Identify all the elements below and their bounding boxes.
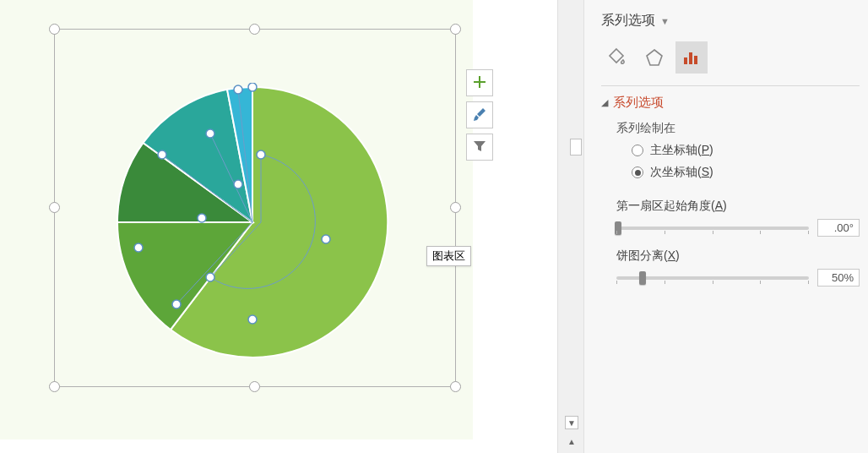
svg-point-1 (257, 150, 265, 159)
collapse-caret-icon: ◢ (601, 97, 608, 108)
secondary-axis-radio-row[interactable]: 次坐标轴(S) (632, 165, 860, 180)
funnel-icon (473, 139, 486, 156)
divider (601, 85, 860, 86)
format-pane-title-text: 系列选项 (601, 12, 655, 30)
first-sector-angle-label: 第一扇区起始角度(A) (616, 199, 860, 214)
plot-series-on-group: 系列绘制在 主坐标轴(P) 次坐标轴(S) (616, 121, 860, 187)
pie-explosion-value-input[interactable]: 50% (817, 269, 860, 287)
svg-marker-12 (647, 50, 662, 65)
resize-handle[interactable] (450, 202, 461, 213)
resize-handle[interactable] (249, 381, 260, 392)
svg-rect-13 (684, 57, 687, 64)
resize-handle[interactable] (450, 381, 461, 392)
resize-handle[interactable] (49, 381, 60, 392)
chart-styles-button[interactable] (466, 101, 493, 128)
series-options-section-title: 系列选项 (613, 95, 664, 111)
svg-point-6 (134, 243, 143, 252)
chart-filters-button[interactable] (466, 134, 493, 161)
series-options-tab[interactable] (675, 41, 708, 74)
fill-and-line-tab[interactable] (601, 41, 633, 74)
resize-handle[interactable] (450, 24, 461, 35)
format-pane: 系列选项 ▼ ◢ 系列选项 系列绘制在 主坐标轴(P) (584, 0, 868, 453)
radio-icon (632, 166, 643, 178)
chevron-down-icon: ▼ (660, 16, 670, 26)
radio-icon (632, 145, 643, 156)
paintbrush-icon (473, 107, 486, 123)
svg-point-11 (234, 85, 242, 94)
svg-rect-15 (694, 56, 697, 64)
svg-point-9 (206, 129, 214, 138)
pie-chart[interactable] (113, 83, 392, 362)
format-pane-title[interactable]: 系列选项 ▼ (601, 12, 860, 30)
effects-tab[interactable] (638, 41, 670, 74)
chart-canvas-area: 图表区 (0, 0, 557, 453)
primary-axis-radio-row[interactable]: 主坐标轴(P) (632, 143, 860, 158)
svg-point-7 (198, 214, 206, 222)
pie-explosion-control: 饼图分离(X) 50% (616, 248, 860, 287)
svg-point-8 (158, 150, 166, 159)
scroll-down-button[interactable]: ▼ (565, 416, 578, 429)
add-chart-element-button[interactable] (466, 69, 493, 96)
svg-point-5 (172, 300, 181, 308)
svg-point-2 (322, 235, 330, 243)
first-sector-angle-value-input[interactable]: .00° (817, 219, 860, 237)
svg-point-0 (248, 83, 257, 91)
first-sector-angle-slider[interactable] (616, 226, 809, 230)
chart-context-buttons (466, 69, 493, 161)
secondary-axis-radio-label: 次坐标轴(S) (650, 165, 713, 180)
first-sector-angle-control: 第一扇区起始角度(A) .00° (616, 199, 860, 237)
format-pane-category-tabs (601, 41, 860, 74)
primary-axis-radio-label: 主坐标轴(P) (650, 143, 713, 158)
plus-icon (473, 75, 486, 91)
svg-rect-14 (689, 52, 692, 64)
pie-explosion-slider[interactable] (616, 276, 809, 280)
chart-area-tooltip: 图表区 (426, 246, 471, 266)
vertical-scrollbar[interactable]: ▼ ▲ (557, 0, 584, 453)
resize-handle[interactable] (49, 24, 60, 35)
plot-series-on-label: 系列绘制在 (616, 121, 860, 136)
resize-handle[interactable] (249, 24, 260, 35)
svg-point-10 (234, 180, 242, 188)
resize-handle[interactable] (49, 202, 60, 213)
scroll-to-top-button[interactable]: ▲ (565, 434, 578, 448)
svg-point-3 (206, 273, 214, 281)
scrollbar-thumb[interactable] (570, 139, 582, 156)
svg-point-4 (248, 315, 257, 324)
pie-explosion-label: 饼图分离(X) (616, 248, 860, 264)
series-options-section-header[interactable]: ◢ 系列选项 (601, 95, 860, 111)
